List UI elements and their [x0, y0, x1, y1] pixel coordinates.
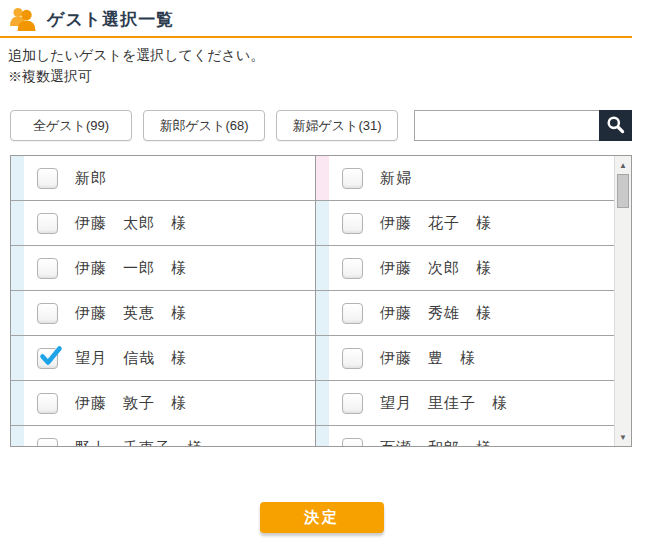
row-stripe — [11, 201, 24, 245]
filter-bar: 全ゲスト(99) 新郎ゲスト(68) 新婦ゲスト(31) — [10, 110, 632, 141]
guest-name: 望月 信哉 様 — [75, 349, 187, 368]
guest-name: 伊藤 豊 様 — [380, 349, 476, 368]
title-underline — [0, 36, 632, 38]
confirm-button[interactable]: 決定 — [260, 502, 384, 533]
row-stripe — [11, 156, 24, 200]
guest-checkbox[interactable] — [342, 213, 363, 234]
row-stripe — [11, 381, 24, 425]
guest-row: 伊藤 英恵 様 — [11, 291, 315, 336]
guest-row: 百瀬 和郎 様 — [316, 426, 614, 446]
row-stripe — [11, 426, 24, 446]
guest-checkbox[interactable] — [37, 258, 58, 279]
instruction-line2: ※複数選択可 — [8, 66, 264, 87]
search-group — [414, 110, 632, 141]
guest-row: 新婦 — [316, 156, 614, 201]
guest-column-bride: 新婦伊藤 花子 様伊藤 次郎 様伊藤 秀雄 様伊藤 豊 様望月 里佳子 様百瀬 … — [316, 156, 614, 446]
guest-checkbox[interactable] — [342, 168, 363, 189]
guest-name: 野上 千恵子 様 — [75, 439, 203, 447]
row-stripe — [316, 156, 329, 200]
guest-name: 伊藤 次郎 様 — [380, 259, 492, 278]
guest-checkbox[interactable] — [342, 303, 363, 324]
filter-bride-guests-button[interactable]: 新婦ゲスト(31) — [276, 110, 398, 141]
guest-checkbox[interactable] — [37, 348, 58, 369]
guest-row: 望月 信哉 様 — [11, 336, 315, 381]
row-stripe — [316, 246, 329, 290]
scrollbar-up-arrow-icon[interactable]: ▲ — [615, 157, 631, 173]
row-stripe — [316, 426, 329, 446]
guest-name: 望月 里佳子 様 — [380, 394, 508, 413]
guest-checkbox[interactable] — [342, 348, 363, 369]
instructions: 追加したいゲストを選択してください。 ※複数選択可 — [8, 45, 264, 87]
guest-name: 伊藤 一郎 様 — [75, 259, 187, 278]
guest-row: 新郎 — [11, 156, 315, 201]
guest-row: 伊藤 次郎 様 — [316, 246, 614, 291]
guest-name: 伊藤 英恵 様 — [75, 304, 187, 323]
guest-list: 新郎伊藤 太郎 様伊藤 一郎 様伊藤 英恵 様望月 信哉 様伊藤 敦子 様野上 … — [10, 155, 632, 447]
guest-name: 伊藤 敦子 様 — [75, 394, 187, 413]
row-stripe — [11, 246, 24, 290]
row-stripe — [316, 336, 329, 380]
instruction-line1: 追加したいゲストを選択してください。 — [8, 45, 264, 66]
page-title: ゲスト選択一覧 — [47, 8, 174, 31]
guest-checkbox[interactable] — [342, 258, 363, 279]
guest-row: 伊藤 花子 様 — [316, 201, 614, 246]
guest-row: 伊藤 豊 様 — [316, 336, 614, 381]
guest-row: 望月 里佳子 様 — [316, 381, 614, 426]
users-icon — [8, 6, 38, 32]
guest-checkbox[interactable] — [37, 438, 58, 447]
search-input[interactable] — [414, 110, 599, 141]
guest-column-groom: 新郎伊藤 太郎 様伊藤 一郎 様伊藤 英恵 様望月 信哉 様伊藤 敦子 様野上 … — [11, 156, 316, 446]
filter-all-guests-button[interactable]: 全ゲスト(99) — [10, 110, 132, 141]
search-button[interactable] — [599, 110, 632, 141]
row-stripe — [316, 291, 329, 335]
title-bar: ゲスト選択一覧 — [8, 6, 174, 32]
guest-checkbox[interactable] — [37, 213, 58, 234]
guest-checkbox[interactable] — [37, 393, 58, 414]
guest-checkbox[interactable] — [37, 303, 58, 324]
guest-name: 新郎 — [75, 169, 107, 188]
guest-name: 伊藤 太郎 様 — [75, 214, 187, 233]
guest-name: 伊藤 秀雄 様 — [380, 304, 492, 323]
guest-row: 野上 千恵子 様 — [11, 426, 315, 446]
row-stripe — [11, 291, 24, 335]
guest-name: 新婦 — [380, 169, 412, 188]
filter-groom-guests-button[interactable]: 新郎ゲスト(68) — [143, 110, 265, 141]
guest-name: 伊藤 花子 様 — [380, 214, 492, 233]
scrollbar-thumb[interactable] — [617, 174, 629, 208]
scrollbar[interactable]: ▲ ▼ — [614, 156, 631, 446]
guest-checkbox[interactable] — [342, 438, 363, 447]
scrollbar-down-arrow-icon[interactable]: ▼ — [615, 429, 631, 445]
guest-row: 伊藤 一郎 様 — [11, 246, 315, 291]
guest-checkbox[interactable] — [342, 393, 363, 414]
guest-row: 伊藤 太郎 様 — [11, 201, 315, 246]
row-stripe — [316, 381, 329, 425]
guest-select-dialog: ゲスト選択一覧 追加したいゲストを選択してください。 ※複数選択可 全ゲスト(9… — [0, 0, 648, 553]
guest-row: 伊藤 秀雄 様 — [316, 291, 614, 336]
guest-checkbox[interactable] — [37, 168, 58, 189]
row-stripe — [316, 201, 329, 245]
search-icon — [606, 115, 625, 137]
guest-name: 百瀬 和郎 様 — [380, 439, 492, 447]
row-stripe — [11, 336, 24, 380]
guest-row: 伊藤 敦子 様 — [11, 381, 315, 426]
